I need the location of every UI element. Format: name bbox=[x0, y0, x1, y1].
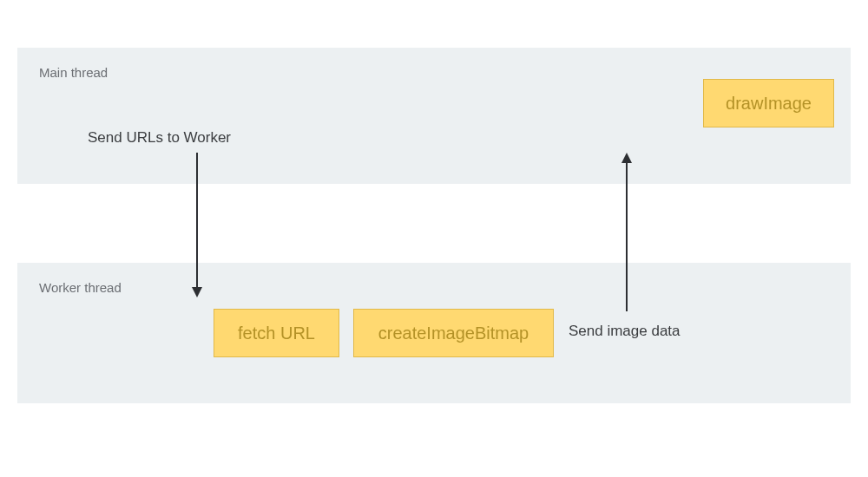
send-image-data-label: Send image data bbox=[569, 323, 681, 340]
arrow-up-head-icon bbox=[621, 153, 632, 163]
arrow-down-head-icon bbox=[192, 287, 202, 297]
create-image-bitmap-box: createImageBitmap bbox=[353, 309, 554, 357]
arrow-up-line bbox=[626, 161, 628, 311]
fetch-url-box: fetch URL bbox=[214, 309, 339, 357]
worker-thread-label: Worker thread bbox=[39, 280, 122, 295]
draw-image-box: drawImage bbox=[703, 79, 834, 127]
send-urls-label: Send URLs to Worker bbox=[88, 129, 231, 147]
main-thread-label: Main thread bbox=[39, 65, 108, 80]
arrow-down-line bbox=[196, 153, 198, 289]
